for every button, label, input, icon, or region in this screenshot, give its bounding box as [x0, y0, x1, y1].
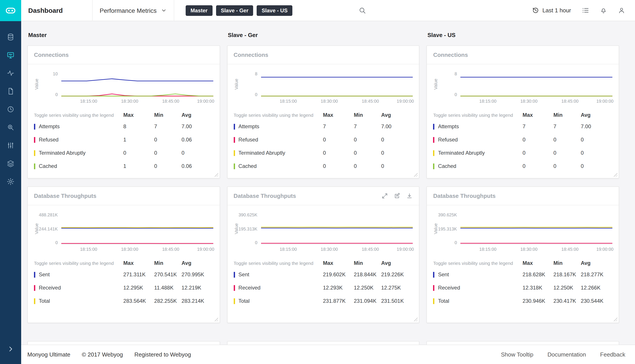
resize-handle[interactable] [214, 172, 218, 177]
legend-row[interactable]: Attempts777.00 [234, 120, 413, 133]
search-button[interactable] [358, 6, 366, 14]
resize-handle[interactable] [214, 317, 218, 321]
sidebar-item-tools[interactable] [6, 141, 15, 150]
time-range-selector[interactable]: Last 1 hour [532, 6, 571, 14]
y-tick-labels: 80 [240, 72, 261, 97]
task-list-button[interactable] [582, 6, 589, 14]
resize-handle[interactable] [413, 172, 418, 177]
series-avg-value: 231.501K [381, 298, 413, 304]
legend-row[interactable]: Cached000 [234, 160, 413, 173]
legend-row[interactable]: Refused000 [234, 133, 413, 146]
panel-card-partial [427, 341, 619, 344]
expand-button[interactable] [382, 192, 388, 199]
legend-row[interactable]: Received12.295K11.488K12.219K [34, 281, 213, 294]
legend-table: Sent271.311K270.541K270.995KReceived12.2… [34, 268, 213, 308]
legend-row[interactable]: Sent219.602K218.844K219.226K [234, 268, 413, 281]
server-tag[interactable]: Slave - US [257, 5, 292, 16]
legend-header: Toggle series visibility using the legen… [34, 258, 213, 268]
series-label: Terminated Abruptly [438, 150, 485, 156]
series-min-value: 0 [354, 136, 381, 143]
legend-row[interactable]: Refused000 [433, 133, 612, 146]
legend-row[interactable]: Refused100.06 [34, 133, 213, 146]
dashboard-selector[interactable]: Performance Metrics [92, 0, 174, 21]
documentation-link[interactable]: Documentation [547, 351, 586, 358]
legend-row[interactable]: Cached000 [433, 160, 612, 173]
y-axis: Value 80 [433, 72, 461, 97]
legend-row[interactable]: Terminated Abruptly000 [34, 146, 213, 160]
legend-row[interactable]: Received12.318K12.250K12.266K [433, 281, 612, 294]
legend-row[interactable]: Sent218.628K218.167K218.277K [433, 268, 612, 281]
sidebar-item-events[interactable] [6, 105, 15, 114]
series-max-value: 12.293K [323, 285, 354, 291]
series-max-value: 283.564K [123, 298, 154, 304]
series-label: Terminated Abruptly [238, 150, 285, 156]
legend-row[interactable]: Terminated Abruptly000 [234, 146, 413, 160]
series-max-value: 0 [522, 150, 553, 156]
legend-row[interactable]: Terminated Abruptly000 [433, 146, 612, 160]
series-name: Refused [34, 136, 123, 143]
legend-row[interactable]: Total283.564K282.255K283.214K [34, 294, 213, 308]
y-axis: Value 100 [34, 72, 61, 97]
series-color-swatch [433, 137, 435, 142]
legend-row[interactable]: Attempts777.00 [433, 120, 612, 133]
footer-right: Show Tooltip Documentation Feedback [501, 351, 625, 358]
series-label: Sent [238, 272, 249, 278]
series-label: Total [438, 298, 449, 304]
series-avg-value: 270.995K [182, 272, 213, 278]
columns: Master Connections Value 100 18:15:0018:… [27, 32, 619, 323]
notifications-button[interactable] [600, 6, 607, 14]
legend-row[interactable]: Total230.946K230.417K230.544K [433, 294, 612, 308]
sidebar-item-servers[interactable] [6, 32, 15, 42]
series-min-value: 7 [553, 124, 581, 130]
chart-plot [61, 212, 213, 245]
series-label: Terminated Abruptly [39, 150, 86, 156]
sidebar-expand-button[interactable] [7, 346, 14, 354]
resize-handle[interactable] [613, 317, 617, 321]
x-tick-label: 18:30:00 [520, 99, 537, 104]
legend-row[interactable]: Attempts877.00 [34, 120, 213, 133]
sidebar-item-settings[interactable] [6, 177, 15, 186]
series-name: Attempts [34, 124, 123, 130]
legend-row[interactable]: Cached100.06 [34, 160, 213, 173]
download-icon [406, 192, 413, 199]
series-avg-value: 0 [381, 150, 413, 156]
feedback-link[interactable]: Feedback [600, 351, 625, 358]
product-name: Monyog Ultimate [27, 351, 70, 358]
user-menu-button[interactable] [618, 6, 625, 14]
resize-handle[interactable] [413, 317, 418, 321]
server-tag[interactable]: Master [186, 5, 212, 16]
series-avg-value: 7.00 [581, 124, 612, 130]
series-max-value: 8 [123, 124, 154, 130]
sidebar-item-replication[interactable] [6, 159, 15, 168]
edit-button[interactable] [394, 192, 401, 199]
legend-row[interactable]: Total231.877K231.094K231.501K [234, 294, 413, 308]
series-max-value: 218.628K [522, 272, 553, 278]
line-chart: Value 80 [234, 72, 413, 97]
activity-icon [7, 69, 15, 77]
app-logo[interactable] [0, 0, 21, 21]
series-color-swatch [34, 163, 35, 169]
x-tick-labels: 18:15:0018:30:0018:45:0019:00:00 [261, 247, 413, 253]
series-min-value: 11.488K [154, 285, 182, 291]
sidebar-item-dashboard[interactable] [6, 51, 15, 60]
search-icon [358, 6, 366, 14]
series-label: Sent [438, 272, 449, 278]
show-tooltip-link[interactable]: Show Tooltip [501, 351, 533, 358]
list-icon [582, 6, 589, 14]
legend-row[interactable]: Received12.293K12.250K12.275K [234, 281, 413, 294]
series-name: Attempts [234, 124, 323, 130]
panel-card: Database Throughputs Value 390.625K195.3… [427, 186, 619, 323]
legend-col-header: Min [553, 260, 581, 266]
sidebar-item-query-analyzer[interactable] [6, 123, 15, 132]
series-name: Terminated Abruptly [234, 150, 323, 156]
resize-handle[interactable] [613, 172, 617, 177]
legend-header: Toggle series visibility using the legen… [34, 110, 213, 120]
series-avg-value: 0.06 [182, 136, 213, 143]
server-tag[interactable]: Slave - Ger [216, 5, 253, 16]
sidebar-item-reports[interactable] [6, 87, 15, 96]
legend-row[interactable]: Sent271.311K270.541K270.995K [34, 268, 213, 281]
sidebar-item-monitors[interactable] [6, 69, 15, 78]
download-button[interactable] [406, 192, 413, 199]
legend-header: Toggle series visibility using the legen… [234, 110, 413, 120]
panel-body: Value 80 18:15:0018:30:0018:45:0019:00:0… [427, 64, 619, 178]
